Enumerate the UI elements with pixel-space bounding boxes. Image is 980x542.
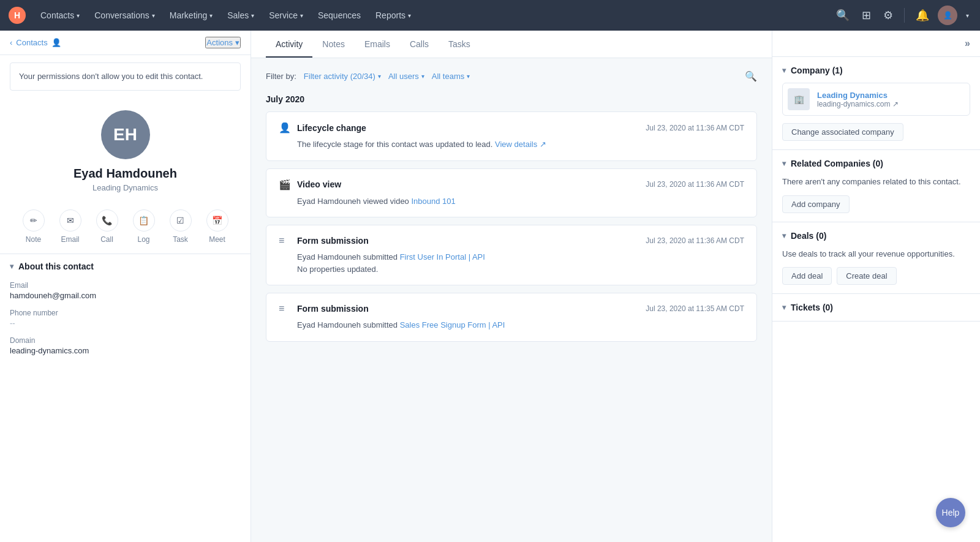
tab-notes[interactable]: Notes <box>312 31 355 58</box>
contact-company: Leading Dynamics <box>92 183 158 192</box>
log-action[interactable]: 📋 Log <box>133 209 155 244</box>
domain-field-group: Domain leading-dynamics.com <box>10 336 241 355</box>
marketplace-icon[interactable]: ⊞ <box>858 5 875 26</box>
related-companies-header[interactable]: ▾ Related Companies (0) <box>782 159 970 168</box>
sales-chevron: ▾ <box>251 12 254 19</box>
note-action[interactable]: ✏ Note <box>23 209 45 244</box>
note-button[interactable]: ✏ <box>23 209 45 231</box>
form1-link[interactable]: First User In Portal | API <box>400 252 485 262</box>
deals-section: ▾ Deals (0) Use deals to track all your … <box>772 222 980 295</box>
form1-title: Form submission <box>297 236 369 246</box>
task-button[interactable]: ☑ <box>170 209 192 231</box>
about-chevron-icon: ▾ <box>10 262 13 271</box>
form2-icon: ≡ <box>279 303 291 314</box>
email-action[interactable]: ✉ Email <box>59 209 81 244</box>
deals-chevron: ▾ <box>782 231 786 240</box>
actions-button[interactable]: Actions ▾ <box>205 37 241 48</box>
phone-field-group: Phone number -- <box>10 309 241 328</box>
lifecycle-body: The lifecycle stage for this contact was… <box>279 138 744 151</box>
tab-emails[interactable]: Emails <box>355 31 400 58</box>
company-card: 🏢 Leading Dynamics leading-dynamics.com … <box>782 83 970 116</box>
user-avatar[interactable]: 👤 <box>938 6 957 25</box>
create-deal-button[interactable]: Create deal <box>837 267 896 285</box>
expand-panel-button[interactable]: » <box>965 38 970 49</box>
meet-label: Meet <box>209 235 225 244</box>
reports-chevron: ▾ <box>408 12 411 19</box>
form2-link[interactable]: Sales Free Signup Form | API <box>400 320 505 329</box>
video-title: Video view <box>297 179 341 189</box>
form2-timestamp: Jul 23, 2020 at 11:35 AM CDT <box>646 304 744 313</box>
log-button[interactable]: 📋 <box>133 209 155 231</box>
email-field-group: Email hamdouneh@gmail.com <box>10 281 241 300</box>
email-field-label: Email <box>10 281 241 290</box>
log-label: Log <box>137 235 149 244</box>
tickets-section: ▾ Tickets (0) <box>772 294 980 322</box>
form2-body: Eyad Hamdouneh submitted Sales Free Sign… <box>279 319 744 331</box>
task-action[interactable]: ☑ Task <box>170 209 192 244</box>
date-group-header: July 2020 <box>266 94 757 104</box>
nav-marketing[interactable]: Marketing ▾ <box>164 7 219 24</box>
contact-name: Eyad Hamdouneh <box>74 167 177 181</box>
notifications-icon[interactable]: 🔔 <box>912 5 933 26</box>
task-label: Task <box>173 235 188 244</box>
add-deal-button[interactable]: Add deal <box>782 267 832 285</box>
about-header[interactable]: ▾ About this contact <box>10 262 241 271</box>
activity-feed: Filter by: Filter activity (20/34) ▾ All… <box>251 58 772 542</box>
nav-sequences[interactable]: Sequences <box>312 7 367 24</box>
email-button[interactable]: ✉ <box>59 209 81 231</box>
nav-reports[interactable]: Reports ▾ <box>369 7 417 24</box>
contacts-chevron: ▾ <box>77 12 80 19</box>
service-chevron: ▾ <box>300 12 303 19</box>
call-label: Call <box>100 235 113 244</box>
breadcrumb-arrow: ‹ <box>10 38 12 47</box>
add-company-button[interactable]: Add company <box>782 195 850 213</box>
nav-conversations[interactable]: Conversations ▾ <box>88 7 161 24</box>
activity-form1-header: ≡ Form submission Jul 23, 2020 at 11:36 … <box>279 235 744 246</box>
change-associated-company-button[interactable]: Change associated company <box>782 123 903 141</box>
activity-filter-button[interactable]: Filter activity (20/34) ▾ <box>304 72 381 81</box>
activity-card-header: 👤 Lifecycle change Jul 23, 2020 at 11:36… <box>279 122 744 134</box>
deals-section-header[interactable]: ▾ Deals (0) <box>782 231 970 241</box>
lifecycle-icon: 👤 <box>279 122 291 134</box>
tickets-section-header[interactable]: ▾ Tickets (0) <box>782 303 970 312</box>
related-companies-chevron: ▾ <box>782 159 786 168</box>
nav-contacts[interactable]: Contacts ▾ <box>34 7 86 24</box>
activity-form1-title-group: ≡ Form submission <box>279 235 369 246</box>
company-domain: leading-dynamics.com ↗ <box>817 100 899 108</box>
tab-tasks[interactable]: Tasks <box>439 31 480 58</box>
settings-icon[interactable]: ⚙ <box>880 5 897 26</box>
search-icon[interactable]: 🔍 <box>832 5 853 26</box>
video-link[interactable]: Inbound 101 <box>411 197 455 206</box>
nav-service[interactable]: Service ▾ <box>263 7 309 24</box>
lifecycle-view-details-link[interactable]: View details ↗ <box>495 140 546 149</box>
call-button[interactable]: 📞 <box>96 209 118 231</box>
hubspot-logo: H <box>7 6 27 25</box>
teams-filter-button[interactable]: All teams ▾ <box>432 72 470 81</box>
user-menu-chevron[interactable]: ▾ <box>962 9 973 23</box>
activity-search-button[interactable]: 🔍 <box>745 70 757 82</box>
meet-action[interactable]: 📅 Meet <box>206 209 228 244</box>
external-link-icon: ↗ <box>892 100 899 108</box>
phone-field-value: -- <box>10 318 241 328</box>
breadcrumb[interactable]: ‹ Contacts 👤 <box>10 38 61 47</box>
call-action[interactable]: 📞 Call <box>96 209 118 244</box>
related-companies-body: There aren't any companies related to th… <box>782 176 970 213</box>
svg-text:H: H <box>14 10 20 20</box>
help-label: Help <box>942 508 960 518</box>
company-section-header[interactable]: ▾ Company (1) <box>782 66 970 75</box>
domain-field-label: Domain <box>10 336 241 345</box>
nav-sales[interactable]: Sales ▾ <box>221 7 260 24</box>
users-filter-button[interactable]: All users ▾ <box>388 72 424 81</box>
marketing-chevron: ▾ <box>209 12 213 19</box>
tab-calls[interactable]: Calls <box>400 31 439 58</box>
lifecycle-title: Lifecycle change <box>297 123 366 133</box>
meet-button[interactable]: 📅 <box>206 209 228 231</box>
tickets-section-title: Tickets (0) <box>791 303 833 312</box>
tab-activity[interactable]: Activity <box>266 31 312 58</box>
related-companies-section: ▾ Related Companies (0) There aren't any… <box>772 150 980 222</box>
company-name-link[interactable]: Leading Dynamics <box>817 91 888 100</box>
phone-field-label: Phone number <box>10 309 241 317</box>
users-filter-label: All users <box>388 72 419 81</box>
help-button[interactable]: Help <box>936 498 965 527</box>
breadcrumb-label: Contacts <box>16 38 47 47</box>
